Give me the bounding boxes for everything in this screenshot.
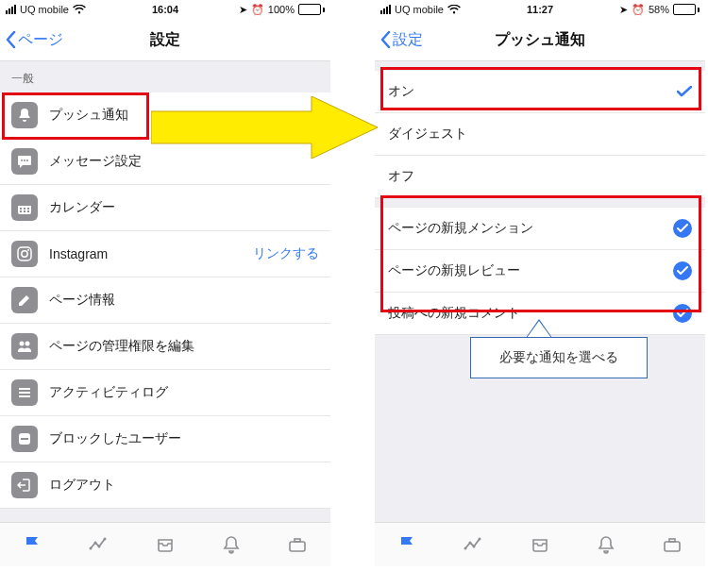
status-bar: UQ mobile 11:27 ➤ ⏰ 58% <box>375 0 705 19</box>
tab-notifications[interactable] <box>221 534 242 555</box>
carrier-label: UQ mobile <box>395 4 444 15</box>
mode-group: オン ダイジェスト オフ <box>375 71 705 198</box>
page-title: 設定 <box>150 30 180 50</box>
row-label: プッシュ通知 <box>49 107 319 124</box>
row-message-settings[interactable]: メッセージ設定 <box>0 139 330 185</box>
svg-point-27 <box>464 547 467 550</box>
signal-icon <box>380 5 391 14</box>
mode-on[interactable]: オン <box>375 71 705 113</box>
location-icon: ➤ <box>619 4 628 16</box>
svg-point-13 <box>27 249 29 251</box>
svg-rect-8 <box>20 210 22 212</box>
tab-notifications[interactable] <box>596 534 616 555</box>
row-label: Instagram <box>49 246 253 261</box>
row-label: ブロックしたユーザー <box>49 430 319 447</box>
back-button[interactable]: ページ <box>6 30 63 50</box>
bell-icon <box>11 102 38 128</box>
svg-point-30 <box>479 538 481 541</box>
svg-rect-32 <box>669 539 675 542</box>
svg-rect-6 <box>24 208 25 210</box>
tab-inbox[interactable] <box>530 534 550 555</box>
check-circle-icon <box>673 261 692 280</box>
phone-push-screen: UQ mobile 11:27 ➤ ⏰ 58% 設定 プッシュ通知 <box>375 0 705 566</box>
battery-icon <box>673 4 700 15</box>
battery-pct: 58% <box>649 4 669 15</box>
svg-rect-7 <box>27 208 29 210</box>
tab-flag[interactable] <box>23 534 43 555</box>
svg-point-24 <box>104 538 107 541</box>
svg-rect-31 <box>665 542 680 551</box>
row-push-notifications[interactable]: プッシュ通知 <box>0 92 330 139</box>
back-button[interactable]: 設定 <box>380 30 423 50</box>
svg-rect-16 <box>19 388 30 390</box>
row-label: カレンダー <box>49 199 319 216</box>
svg-point-28 <box>469 542 472 545</box>
alarm-icon: ⏰ <box>251 4 264 16</box>
svg-rect-18 <box>19 395 30 397</box>
battery-pct: 100% <box>268 4 295 15</box>
tab-insights[interactable] <box>89 534 110 555</box>
svg-point-0 <box>21 160 23 161</box>
svg-rect-5 <box>20 208 22 210</box>
opt-mentions[interactable]: ページの新規メンション <box>375 208 705 250</box>
svg-rect-26 <box>295 539 300 542</box>
location-icon: ➤ <box>239 4 247 16</box>
nav-bar: ページ 設定 <box>0 19 330 61</box>
row-label: アクティビティログ <box>49 384 319 401</box>
link-action[interactable]: リンクする <box>253 245 319 262</box>
check-circle-icon <box>673 304 692 323</box>
row-page-info[interactable]: ページ情報 <box>0 277 330 324</box>
row-logout[interactable]: ログアウト <box>0 462 330 509</box>
svg-point-14 <box>20 342 25 346</box>
phone-settings-screen: UQ mobile 16:04 ➤ ⏰ 100% ページ 設定 一般 <box>0 0 330 566</box>
chevron-left-icon <box>380 31 391 48</box>
tab-tools[interactable] <box>662 534 683 555</box>
tab-bar <box>375 522 705 566</box>
check-icon <box>677 86 692 97</box>
mode-off[interactable]: オフ <box>375 156 705 198</box>
clock: 16:04 <box>152 4 178 15</box>
check-circle-icon <box>673 219 692 238</box>
callout-text: 必要な通知を選べる <box>499 349 618 364</box>
mode-label: オフ <box>388 168 414 185</box>
list-icon <box>11 379 38 406</box>
block-icon <box>11 426 38 452</box>
tab-bar <box>0 522 330 566</box>
svg-point-12 <box>22 251 27 257</box>
back-label: 設定 <box>393 30 423 50</box>
tab-inbox[interactable] <box>155 534 176 555</box>
svg-rect-10 <box>27 210 29 212</box>
svg-point-15 <box>25 342 30 346</box>
signal-icon <box>6 5 16 14</box>
carrier-label: UQ mobile <box>20 4 69 15</box>
tab-tools[interactable] <box>287 534 308 555</box>
svg-point-1 <box>24 160 25 161</box>
tab-flag[interactable] <box>397 534 418 555</box>
opt-label: ページの新規メンション <box>388 220 533 237</box>
battery-icon <box>298 4 325 15</box>
instagram-icon <box>11 241 38 267</box>
wifi-icon <box>447 5 461 14</box>
svg-rect-17 <box>19 392 30 394</box>
tab-insights[interactable] <box>464 534 484 555</box>
row-label: ログアウト <box>49 477 319 494</box>
svg-rect-4 <box>18 203 31 206</box>
row-calendar[interactable]: カレンダー <box>0 185 330 231</box>
row-label: メッセージ設定 <box>49 153 319 170</box>
opt-label: 投稿への新規コメント <box>388 305 520 322</box>
row-activity-log[interactable]: アクティビティログ <box>0 370 330 416</box>
alarm-icon: ⏰ <box>632 4 645 16</box>
svg-rect-11 <box>18 247 31 260</box>
page-title: プッシュ通知 <box>495 30 585 50</box>
chevron-left-icon <box>6 31 16 48</box>
opt-reviews[interactable]: ページの新規レビュー <box>375 250 705 293</box>
clock: 11:27 <box>527 4 553 15</box>
row-admin-roles[interactable]: ページの管理権限を編集 <box>0 324 330 370</box>
annotation-callout-pointer <box>526 319 552 338</box>
mode-label: オン <box>388 83 414 100</box>
pencil-icon <box>11 287 38 313</box>
mode-digest[interactable]: ダイジェスト <box>375 113 705 156</box>
row-blocked-users[interactable]: ブロックしたユーザー <box>0 416 330 462</box>
row-instagram[interactable]: Instagram リンクする <box>0 231 330 277</box>
options-group: ページの新規メンション ページの新規レビュー 投稿への新規コメント <box>375 208 705 335</box>
